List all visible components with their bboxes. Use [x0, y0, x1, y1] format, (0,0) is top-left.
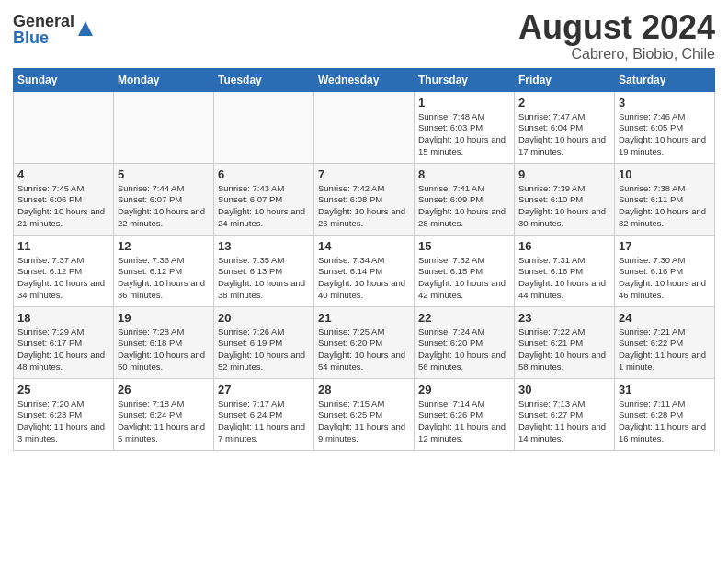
day-info: Sunset: 6:04 PM	[518, 122, 610, 134]
day-info: Sunset: 6:09 PM	[418, 194, 510, 206]
day-info: Sunrise: 7:26 AM	[218, 327, 310, 339]
day-info: Sunset: 6:15 PM	[418, 266, 510, 278]
day-info: Sunset: 6:26 PM	[418, 409, 510, 421]
calendar-cell: 4Sunrise: 7:45 AMSunset: 6:06 PMDaylight…	[14, 163, 114, 235]
day-info: Sunrise: 7:25 AM	[318, 327, 410, 339]
day-info: Daylight: 11 hours and 7 minutes.	[218, 421, 310, 445]
day-info: Daylight: 11 hours and 14 minutes.	[518, 421, 610, 445]
day-info: Sunrise: 7:36 AM	[118, 255, 210, 267]
day-info: Sunrise: 7:32 AM	[418, 255, 510, 267]
weekday-tuesday: Tuesday	[214, 68, 314, 91]
day-number: 24	[619, 311, 711, 325]
day-number: 29	[418, 383, 510, 396]
calendar-cell	[314, 91, 415, 163]
day-info: Sunset: 6:05 PM	[619, 122, 711, 134]
day-number: 9	[518, 167, 610, 181]
day-info: Daylight: 10 hours and 36 minutes.	[118, 278, 210, 302]
day-number: 1	[418, 96, 510, 109]
day-number: 17	[619, 239, 711, 253]
day-info: Sunset: 6:27 PM	[518, 409, 610, 421]
day-info: Daylight: 10 hours and 15 minutes.	[418, 134, 510, 158]
calendar-cell: 13Sunrise: 7:35 AMSunset: 6:13 PMDayligh…	[214, 235, 314, 306]
weekday-sunday: Sunday	[14, 68, 114, 91]
day-number: 30	[518, 383, 610, 396]
day-info: Sunset: 6:19 PM	[218, 338, 310, 350]
day-info: Daylight: 10 hours and 50 minutes.	[118, 350, 210, 373]
day-number: 5	[118, 167, 210, 181]
calendar-cell: 28Sunrise: 7:15 AMSunset: 6:25 PMDayligh…	[314, 378, 415, 450]
day-info: Sunrise: 7:31 AM	[518, 255, 610, 267]
day-number: 11	[17, 239, 109, 253]
logo-icon	[76, 19, 95, 38]
day-number: 7	[318, 167, 410, 181]
day-info: Sunset: 6:07 PM	[118, 194, 210, 206]
day-info: Sunset: 6:13 PM	[218, 266, 310, 278]
day-number: 26	[118, 383, 210, 396]
calendar-cell	[14, 91, 114, 163]
day-info: Daylight: 11 hours and 5 minutes.	[118, 421, 210, 445]
day-info: Sunrise: 7:35 AM	[218, 255, 310, 267]
day-info: Daylight: 10 hours and 56 minutes.	[418, 350, 510, 373]
day-number: 4	[17, 167, 109, 181]
day-number: 31	[619, 383, 711, 396]
day-number: 10	[619, 167, 711, 181]
day-number: 8	[418, 167, 510, 181]
day-number: 22	[418, 311, 510, 325]
day-info: Daylight: 11 hours and 1 minute.	[619, 350, 711, 373]
day-info: Sunrise: 7:37 AM	[17, 255, 109, 267]
logo-blue-text: Blue	[13, 29, 74, 46]
day-info: Daylight: 10 hours and 58 minutes.	[518, 350, 610, 373]
day-info: Daylight: 10 hours and 30 minutes.	[518, 206, 610, 230]
calendar-cell: 6Sunrise: 7:43 AMSunset: 6:07 PMDaylight…	[214, 163, 314, 235]
day-info: Sunrise: 7:22 AM	[518, 327, 610, 339]
calendar-cell: 22Sunrise: 7:24 AMSunset: 6:20 PMDayligh…	[415, 306, 515, 378]
day-info: Daylight: 10 hours and 44 minutes.	[518, 278, 610, 302]
calendar-cell: 23Sunrise: 7:22 AMSunset: 6:21 PMDayligh…	[515, 306, 615, 378]
day-info: Daylight: 10 hours and 54 minutes.	[318, 350, 410, 373]
calendar-cell: 25Sunrise: 7:20 AMSunset: 6:23 PMDayligh…	[14, 378, 114, 450]
day-number: 15	[418, 239, 510, 253]
calendar-cell	[114, 91, 214, 163]
day-info: Daylight: 10 hours and 42 minutes.	[418, 278, 510, 302]
day-info: Daylight: 10 hours and 24 minutes.	[218, 206, 310, 230]
day-info: Daylight: 10 hours and 34 minutes.	[17, 278, 109, 302]
day-number: 20	[218, 311, 310, 325]
day-info: Sunrise: 7:14 AM	[418, 398, 510, 410]
day-info: Sunrise: 7:46 AM	[619, 111, 711, 123]
day-info: Daylight: 11 hours and 9 minutes.	[318, 421, 410, 445]
weekday-friday: Friday	[515, 68, 615, 91]
calendar-week-5: 25Sunrise: 7:20 AMSunset: 6:23 PMDayligh…	[14, 378, 715, 450]
day-info: Sunset: 6:16 PM	[619, 266, 711, 278]
header: General Blue August 2024 Cabrero, Biobio…	[13, 9, 715, 63]
day-info: Sunrise: 7:18 AM	[118, 398, 210, 410]
calendar-cell: 15Sunrise: 7:32 AMSunset: 6:15 PMDayligh…	[415, 235, 515, 306]
day-info: Sunrise: 7:45 AM	[17, 183, 109, 195]
day-info: Sunrise: 7:44 AM	[118, 183, 210, 195]
day-info: Sunrise: 7:24 AM	[418, 327, 510, 339]
day-info: Sunrise: 7:29 AM	[17, 327, 109, 339]
day-info: Sunset: 6:22 PM	[619, 338, 711, 350]
day-info: Sunrise: 7:11 AM	[619, 398, 711, 410]
calendar-cell: 27Sunrise: 7:17 AMSunset: 6:24 PMDayligh…	[214, 378, 314, 450]
day-info: Sunrise: 7:17 AM	[218, 398, 310, 410]
calendar-cell: 2Sunrise: 7:47 AMSunset: 6:04 PMDaylight…	[515, 91, 615, 163]
calendar-week-3: 11Sunrise: 7:37 AMSunset: 6:12 PMDayligh…	[14, 235, 715, 306]
calendar-cell: 21Sunrise: 7:25 AMSunset: 6:20 PMDayligh…	[314, 306, 415, 378]
day-info: Sunrise: 7:28 AM	[118, 327, 210, 339]
calendar-cell: 7Sunrise: 7:42 AMSunset: 6:08 PMDaylight…	[314, 163, 415, 235]
day-info: Sunrise: 7:48 AM	[418, 111, 510, 123]
day-info: Daylight: 10 hours and 46 minutes.	[619, 278, 711, 302]
weekday-wednesday: Wednesday	[314, 68, 415, 91]
logo: General Blue	[13, 13, 95, 46]
day-info: Daylight: 10 hours and 38 minutes.	[218, 278, 310, 302]
day-info: Daylight: 10 hours and 32 minutes.	[619, 206, 711, 230]
calendar-week-1: 1Sunrise: 7:48 AMSunset: 6:03 PMDaylight…	[14, 91, 715, 163]
calendar-cell: 26Sunrise: 7:18 AMSunset: 6:24 PMDayligh…	[114, 378, 214, 450]
day-info: Sunrise: 7:41 AM	[418, 183, 510, 195]
calendar-cell: 14Sunrise: 7:34 AMSunset: 6:14 PMDayligh…	[314, 235, 415, 306]
calendar-week-4: 18Sunrise: 7:29 AMSunset: 6:17 PMDayligh…	[14, 306, 715, 378]
day-number: 6	[218, 167, 310, 181]
day-info: Sunset: 6:24 PM	[218, 409, 310, 421]
logo-general-text: General	[13, 13, 74, 29]
calendar-cell: 16Sunrise: 7:31 AMSunset: 6:16 PMDayligh…	[515, 235, 615, 306]
